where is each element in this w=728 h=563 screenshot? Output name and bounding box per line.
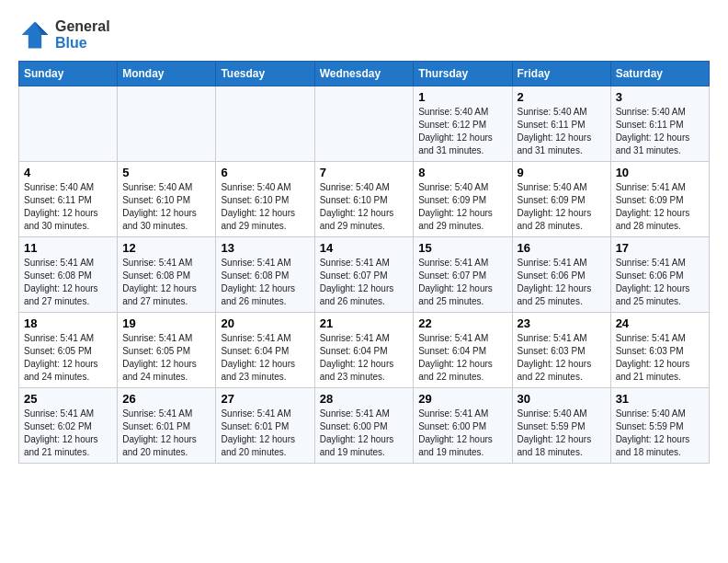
- day-number: 23: [518, 316, 606, 330]
- day-number: 8: [418, 166, 506, 179]
- day-number: 6: [221, 166, 309, 179]
- day-info: Sunrise: 5:41 AM Sunset: 6:06 PM Dayligh…: [518, 257, 606, 308]
- logo: General Blue: [18, 18, 110, 52]
- day-info: Sunrise: 5:40 AM Sunset: 6:12 PM Dayligh…: [418, 106, 506, 157]
- week-row-3: 18Sunrise: 5:41 AM Sunset: 6:05 PM Dayli…: [19, 313, 710, 388]
- day-number: 19: [122, 316, 210, 330]
- day-info: Sunrise: 5:40 AM Sunset: 6:09 PM Dayligh…: [518, 181, 606, 233]
- calendar-cell: [19, 86, 118, 162]
- day-info: Sunrise: 5:41 AM Sunset: 6:03 PM Dayligh…: [518, 332, 606, 384]
- header-day-monday: Monday: [118, 62, 216, 86]
- calendar-cell: 26Sunrise: 5:41 AM Sunset: 6:01 PM Dayli…: [118, 388, 216, 464]
- logo-text: General Blue: [55, 18, 110, 52]
- day-number: 9: [518, 166, 606, 179]
- calendar-cell: 16Sunrise: 5:41 AM Sunset: 6:06 PM Dayli…: [512, 237, 610, 313]
- calendar-cell: 2Sunrise: 5:40 AM Sunset: 6:11 PM Daylig…: [512, 86, 610, 162]
- day-info: Sunrise: 5:41 AM Sunset: 6:05 PM Dayligh…: [24, 332, 112, 384]
- week-row-2: 11Sunrise: 5:41 AM Sunset: 6:08 PM Dayli…: [19, 237, 710, 313]
- day-info: Sunrise: 5:40 AM Sunset: 6:11 PM Dayligh…: [518, 106, 606, 157]
- calendar-cell: 22Sunrise: 5:41 AM Sunset: 6:04 PM Dayli…: [414, 313, 512, 388]
- day-number: 24: [616, 316, 704, 330]
- day-info: Sunrise: 5:40 AM Sunset: 6:09 PM Dayligh…: [418, 181, 506, 233]
- calendar-cell: 29Sunrise: 5:41 AM Sunset: 6:00 PM Dayli…: [414, 388, 512, 464]
- calendar-cell: 14Sunrise: 5:41 AM Sunset: 6:07 PM Dayli…: [314, 237, 414, 313]
- day-number: 10: [616, 166, 704, 179]
- day-number: 5: [122, 166, 210, 179]
- day-info: Sunrise: 5:41 AM Sunset: 6:07 PM Dayligh…: [418, 257, 506, 308]
- day-number: 14: [320, 241, 409, 255]
- header-day-friday: Friday: [512, 62, 610, 86]
- calendar-cell: 27Sunrise: 5:41 AM Sunset: 6:01 PM Dayli…: [216, 388, 314, 464]
- header-row: SundayMondayTuesdayWednesdayThursdayFrid…: [19, 62, 710, 86]
- day-info: Sunrise: 5:40 AM Sunset: 6:10 PM Dayligh…: [122, 181, 210, 233]
- day-number: 4: [24, 166, 112, 179]
- calendar-cell: 24Sunrise: 5:41 AM Sunset: 6:03 PM Dayli…: [610, 313, 709, 388]
- calendar-cell: 4Sunrise: 5:40 AM Sunset: 6:11 PM Daylig…: [19, 162, 118, 237]
- calendar-cell: 10Sunrise: 5:41 AM Sunset: 6:09 PM Dayli…: [610, 162, 709, 237]
- week-row-4: 25Sunrise: 5:41 AM Sunset: 6:02 PM Dayli…: [19, 388, 710, 464]
- day-info: Sunrise: 5:41 AM Sunset: 6:09 PM Dayligh…: [616, 181, 704, 233]
- calendar-cell: 18Sunrise: 5:41 AM Sunset: 6:05 PM Dayli…: [19, 313, 118, 388]
- day-info: Sunrise: 5:41 AM Sunset: 6:03 PM Dayligh…: [616, 332, 704, 384]
- day-info: Sunrise: 5:41 AM Sunset: 6:07 PM Dayligh…: [320, 257, 409, 308]
- day-info: Sunrise: 5:41 AM Sunset: 6:06 PM Dayligh…: [616, 257, 704, 308]
- calendar-cell: 20Sunrise: 5:41 AM Sunset: 6:04 PM Dayli…: [216, 313, 314, 388]
- header-day-tuesday: Tuesday: [216, 62, 314, 86]
- calendar-cell: 13Sunrise: 5:41 AM Sunset: 6:08 PM Dayli…: [216, 237, 314, 313]
- calendar-cell: 3Sunrise: 5:40 AM Sunset: 6:11 PM Daylig…: [610, 86, 709, 162]
- day-info: Sunrise: 5:41 AM Sunset: 6:01 PM Dayligh…: [221, 408, 309, 459]
- day-number: 29: [418, 392, 506, 406]
- day-number: 21: [320, 316, 409, 330]
- day-number: 28: [320, 392, 409, 406]
- day-number: 31: [616, 392, 704, 406]
- day-number: 27: [221, 392, 309, 406]
- day-info: Sunrise: 5:41 AM Sunset: 6:08 PM Dayligh…: [221, 257, 309, 308]
- header-day-sunday: Sunday: [19, 62, 118, 86]
- calendar-table: SundayMondayTuesdayWednesdayThursdayFrid…: [18, 61, 710, 464]
- day-number: 13: [221, 241, 309, 255]
- calendar-cell: 5Sunrise: 5:40 AM Sunset: 6:10 PM Daylig…: [118, 162, 216, 237]
- day-number: 11: [24, 241, 112, 255]
- day-info: Sunrise: 5:40 AM Sunset: 6:11 PM Dayligh…: [616, 106, 704, 157]
- day-info: Sunrise: 5:41 AM Sunset: 6:00 PM Dayligh…: [418, 408, 506, 459]
- calendar-cell: 1Sunrise: 5:40 AM Sunset: 6:12 PM Daylig…: [414, 86, 512, 162]
- day-number: 26: [122, 392, 210, 406]
- day-info: Sunrise: 5:40 AM Sunset: 6:11 PM Dayligh…: [24, 181, 112, 233]
- day-number: 3: [616, 90, 704, 104]
- day-number: 30: [518, 392, 606, 406]
- day-number: 12: [122, 241, 210, 255]
- calendar-cell: 19Sunrise: 5:41 AM Sunset: 6:05 PM Dayli…: [118, 313, 216, 388]
- day-info: Sunrise: 5:41 AM Sunset: 6:02 PM Dayligh…: [24, 408, 112, 459]
- calendar-cell: 15Sunrise: 5:41 AM Sunset: 6:07 PM Dayli…: [414, 237, 512, 313]
- day-info: Sunrise: 5:40 AM Sunset: 5:59 PM Dayligh…: [518, 408, 606, 459]
- calendar-cell: 28Sunrise: 5:41 AM Sunset: 6:00 PM Dayli…: [314, 388, 414, 464]
- calendar-cell: 17Sunrise: 5:41 AM Sunset: 6:06 PM Dayli…: [610, 237, 709, 313]
- header-day-saturday: Saturday: [610, 62, 709, 86]
- day-info: Sunrise: 5:40 AM Sunset: 6:10 PM Dayligh…: [320, 181, 409, 233]
- day-info: Sunrise: 5:40 AM Sunset: 5:59 PM Dayligh…: [616, 408, 704, 459]
- day-info: Sunrise: 5:41 AM Sunset: 6:08 PM Dayligh…: [122, 257, 210, 308]
- day-number: 15: [418, 241, 506, 255]
- calendar-cell: 31Sunrise: 5:40 AM Sunset: 5:59 PM Dayli…: [610, 388, 709, 464]
- calendar-cell: [216, 86, 314, 162]
- calendar-cell: 9Sunrise: 5:40 AM Sunset: 6:09 PM Daylig…: [512, 162, 610, 237]
- calendar-cell: 8Sunrise: 5:40 AM Sunset: 6:09 PM Daylig…: [414, 162, 512, 237]
- day-number: 2: [518, 90, 606, 104]
- day-info: Sunrise: 5:41 AM Sunset: 6:04 PM Dayligh…: [320, 332, 409, 384]
- day-number: 18: [24, 316, 112, 330]
- day-info: Sunrise: 5:41 AM Sunset: 6:08 PM Dayligh…: [24, 257, 112, 308]
- calendar-cell: 25Sunrise: 5:41 AM Sunset: 6:02 PM Dayli…: [19, 388, 118, 464]
- day-info: Sunrise: 5:41 AM Sunset: 6:04 PM Dayligh…: [418, 332, 506, 384]
- day-number: 17: [616, 241, 704, 255]
- header-day-wednesday: Wednesday: [314, 62, 414, 86]
- calendar-cell: 7Sunrise: 5:40 AM Sunset: 6:10 PM Daylig…: [314, 162, 414, 237]
- calendar-cell: [314, 86, 414, 162]
- calendar-cell: 23Sunrise: 5:41 AM Sunset: 6:03 PM Dayli…: [512, 313, 610, 388]
- header-day-thursday: Thursday: [414, 62, 512, 86]
- header: General Blue: [18, 18, 710, 52]
- week-row-0: 1Sunrise: 5:40 AM Sunset: 6:12 PM Daylig…: [19, 86, 710, 162]
- day-number: 1: [418, 90, 506, 104]
- calendar-cell: 6Sunrise: 5:40 AM Sunset: 6:10 PM Daylig…: [216, 162, 314, 237]
- day-info: Sunrise: 5:41 AM Sunset: 6:01 PM Dayligh…: [122, 408, 210, 459]
- day-info: Sunrise: 5:41 AM Sunset: 6:05 PM Dayligh…: [122, 332, 210, 384]
